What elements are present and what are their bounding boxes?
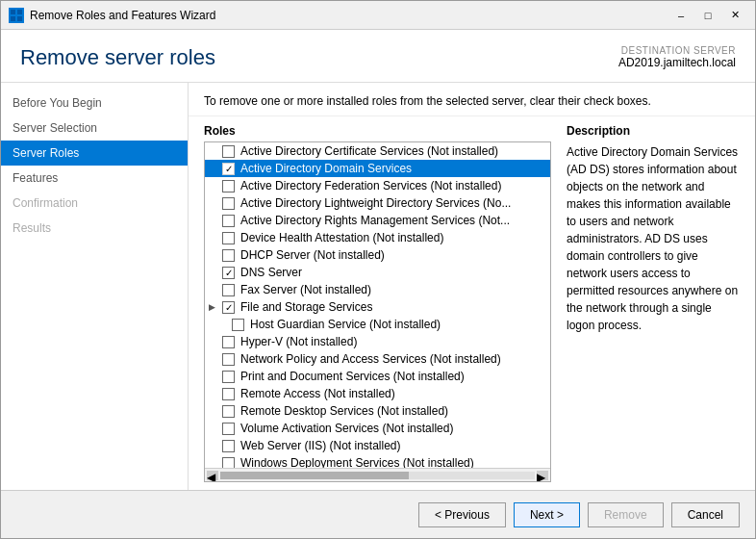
role-item[interactable]: ▶Hyper-V (Not installed) <box>205 333 550 350</box>
scroll-right-button[interactable]: ▶ <box>537 471 548 480</box>
destination-server-info: DESTINATION SERVER AD2019.jamiltech.loca… <box>618 45 736 69</box>
previous-button[interactable]: < Previous <box>418 502 506 527</box>
role-item[interactable]: ▶Windows Deployment Services (Not instal… <box>205 454 550 468</box>
expand-placeholder: ▶ <box>209 424 220 433</box>
role-name: Volume Activation Services (Not installe… <box>240 422 453 435</box>
role-name: Fax Server (Not installed) <box>240 283 371 296</box>
role-checkbox[interactable] <box>222 405 235 418</box>
role-checkbox[interactable]: ✓ <box>222 267 235 279</box>
expand-placeholder: ▶ <box>209 216 220 225</box>
role-checkbox[interactable] <box>222 457 235 469</box>
remove-button: Remove <box>588 502 664 527</box>
role-item[interactable]: ▶Active Directory Federation Services (N… <box>205 177 550 194</box>
sidebar-item-features[interactable]: Features <box>1 166 188 191</box>
instruction-text: To remove one or more installed roles fr… <box>189 83 755 116</box>
role-checkbox[interactable] <box>222 353 235 366</box>
role-name: Web Server (IIS) (Not installed) <box>240 439 401 452</box>
role-item[interactable]: ▶DHCP Server (Not installed) <box>205 246 550 264</box>
role-item[interactable]: ▶Active Directory Certificate Services (… <box>205 142 550 160</box>
svg-rect-2 <box>11 16 15 21</box>
expand-arrow-icon: ▶ <box>209 302 220 312</box>
svg-rect-1 <box>17 10 22 14</box>
role-item[interactable]: ▶Network Policy and Access Services (Not… <box>205 350 550 368</box>
role-name: Remote Access (Not installed) <box>240 387 395 400</box>
role-item[interactable]: ▶✓Active Directory Domain Services <box>205 160 550 177</box>
scroll-left-button[interactable]: ◀ <box>207 471 218 480</box>
description-panel: Description Active Directory Domain Serv… <box>567 124 740 482</box>
roles-area: Roles ▶Active Directory Certificate Serv… <box>189 116 755 490</box>
role-item[interactable]: ▶✓DNS Server <box>205 264 550 281</box>
role-item[interactable]: ▶Web Server (IIS) (Not installed) <box>205 437 550 454</box>
role-checkbox[interactable] <box>222 336 235 348</box>
footer: < Previous Next > Remove Cancel <box>1 490 755 538</box>
role-checkbox[interactable]: ✓ <box>222 163 235 175</box>
destination-server-label: DESTINATION SERVER <box>618 45 736 56</box>
cancel-button[interactable]: Cancel <box>671 502 740 527</box>
role-checkbox[interactable] <box>232 319 244 331</box>
role-item[interactable]: ▶Remote Access (Not installed) <box>205 385 550 402</box>
window-title: Remove Roles and Features Wizard <box>30 9 668 22</box>
role-name: Active Directory Federation Services (No… <box>240 179 501 192</box>
role-checkbox[interactable] <box>222 180 235 192</box>
role-item[interactable]: ▶✓File and Storage Services <box>205 298 550 316</box>
description-text: Active Directory Domain Services (AD DS)… <box>567 143 740 334</box>
scrollbar-thumb[interactable] <box>220 472 409 479</box>
roles-header: Roles <box>204 124 551 138</box>
role-checkbox[interactable] <box>222 440 235 452</box>
roles-panel: Roles ▶Active Directory Certificate Serv… <box>204 124 551 482</box>
expand-placeholder: ▶ <box>209 337 220 346</box>
role-checkbox[interactable] <box>222 388 235 400</box>
role-name: DHCP Server (Not installed) <box>240 248 385 262</box>
role-name: DNS Server <box>240 266 302 279</box>
role-name: Active Directory Certificate Services (N… <box>240 144 498 158</box>
minimize-button[interactable]: – <box>668 6 693 25</box>
horizontal-scrollbar[interactable]: ◀ ▶ <box>205 468 550 481</box>
main-window: Remove Roles and Features Wizard – □ ✕ R… <box>0 0 756 539</box>
expand-placeholder: ▶ <box>209 354 220 364</box>
role-checkbox[interactable] <box>222 249 235 262</box>
role-checkbox[interactable] <box>222 423 235 435</box>
svg-rect-0 <box>11 10 15 14</box>
close-button[interactable]: ✕ <box>722 6 747 25</box>
sidebar-item-results: Results <box>1 216 188 241</box>
role-name: Print and Document Services (Not install… <box>240 370 465 383</box>
role-item[interactable]: ▶Remote Desktop Services (Not installed) <box>205 402 550 420</box>
next-button[interactable]: Next > <box>514 502 580 527</box>
description-header: Description <box>567 124 740 138</box>
role-name: Device Health Attestation (Not installed… <box>240 231 443 244</box>
roles-list[interactable]: ▶Active Directory Certificate Services (… <box>205 142 550 468</box>
sidebar-item-server-roles[interactable]: Server Roles <box>1 141 188 166</box>
role-name: Active Directory Lightweight Directory S… <box>240 196 511 210</box>
role-checkbox[interactable] <box>222 232 235 244</box>
sidebar: Before You Begin Server Selection Server… <box>1 83 189 490</box>
role-checkbox[interactable] <box>222 284 235 296</box>
expand-placeholder: ▶ <box>209 285 220 295</box>
maximize-button[interactable]: □ <box>695 6 720 25</box>
role-checkbox[interactable]: ✓ <box>222 301 235 314</box>
expand-placeholder: ▶ <box>209 268 220 277</box>
role-item[interactable]: ▶Device Health Attestation (Not installe… <box>205 229 550 246</box>
expand-placeholder: ▶ <box>209 164 220 173</box>
sidebar-item-server-selection[interactable]: Server Selection <box>1 116 188 141</box>
window-controls: – □ ✕ <box>668 6 747 25</box>
role-item[interactable]: Host Guardian Service (Not installed) <box>205 316 550 333</box>
role-name: Remote Desktop Services (Not installed) <box>240 404 448 418</box>
page-title: Remove server roles <box>20 45 215 70</box>
sidebar-item-confirmation: Confirmation <box>1 191 188 216</box>
expand-placeholder: ▶ <box>209 198 220 208</box>
role-checkbox[interactable] <box>222 145 235 158</box>
role-name: Active Directory Domain Services <box>240 162 412 175</box>
app-icon <box>9 8 24 23</box>
role-item[interactable]: ▶Fax Server (Not installed) <box>205 281 550 298</box>
role-item[interactable]: ▶Active Directory Lightweight Directory … <box>205 194 550 212</box>
role-checkbox[interactable] <box>222 197 235 210</box>
sidebar-item-before-you-begin[interactable]: Before You Begin <box>1 90 188 116</box>
role-checkbox[interactable] <box>222 371 235 383</box>
expand-placeholder: ▶ <box>209 372 220 381</box>
expand-placeholder: ▶ <box>209 233 220 243</box>
role-item[interactable]: ▶Print and Document Services (Not instal… <box>205 368 550 385</box>
role-item[interactable]: ▶Volume Activation Services (Not install… <box>205 420 550 437</box>
expand-placeholder: ▶ <box>209 146 220 156</box>
role-item[interactable]: ▶Active Directory Rights Management Serv… <box>205 212 550 229</box>
role-checkbox[interactable] <box>222 215 235 227</box>
